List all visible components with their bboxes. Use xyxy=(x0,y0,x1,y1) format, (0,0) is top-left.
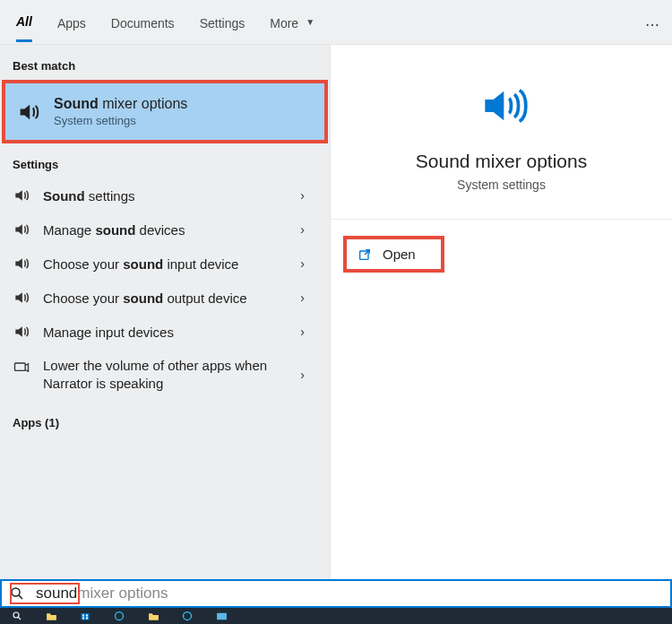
chevron-right-icon: › xyxy=(300,325,305,339)
chevron-right-icon: › xyxy=(300,368,305,382)
svg-rect-11 xyxy=(217,612,227,620)
svg-rect-4 xyxy=(82,613,90,620)
filter-tabs: All Apps Documents Settings More ▼ ⋯ xyxy=(0,0,672,45)
apps-header: Apps (1) xyxy=(0,402,330,437)
settings-item[interactable]: Choose your sound output device › xyxy=(0,281,330,315)
chevron-right-icon: › xyxy=(300,188,305,203)
app-icon[interactable] xyxy=(113,610,125,622)
tab-documents[interactable]: Documents xyxy=(111,4,175,41)
speaker-icon xyxy=(13,186,30,204)
settings-item[interactable]: Manage input devices › xyxy=(0,315,330,349)
search-typed-text: sound xyxy=(36,585,77,602)
speaker-icon xyxy=(13,323,30,341)
speaker-icon xyxy=(16,100,41,125)
app-icon[interactable] xyxy=(181,610,194,622)
results-panel: Best match Sound mixer options System se… xyxy=(0,45,330,580)
settings-header: Settings xyxy=(0,143,330,178)
tab-apps[interactable]: Apps xyxy=(57,4,86,41)
preview-panel: Sound mixer options System settings Open xyxy=(330,45,672,580)
settings-item-label: Lower the volume of other apps when Narr… xyxy=(43,357,317,394)
svg-rect-5 xyxy=(82,615,84,617)
best-match-result[interactable]: Sound mixer options System settings xyxy=(2,80,328,143)
file-explorer-icon[interactable] xyxy=(147,610,159,622)
preview-subtitle: System settings xyxy=(349,178,654,192)
svg-rect-8 xyxy=(86,618,88,620)
open-icon xyxy=(358,247,372,262)
best-match-subtitle: System settings xyxy=(54,114,187,127)
settings-item[interactable]: Choose your sound input device › xyxy=(0,247,330,281)
open-button[interactable]: Open xyxy=(343,236,444,273)
gear-icon xyxy=(13,359,30,377)
settings-item-label: Choose your sound input device xyxy=(43,256,317,272)
search-autocomplete-text: mixer options xyxy=(77,585,168,602)
svg-rect-7 xyxy=(82,618,84,620)
settings-item-label: Manage input devices xyxy=(43,325,317,340)
speaker-icon xyxy=(13,289,30,307)
tab-settings[interactable]: Settings xyxy=(200,4,246,41)
svg-point-10 xyxy=(184,612,192,620)
chevron-right-icon: › xyxy=(300,222,305,237)
speaker-icon xyxy=(349,81,654,134)
settings-item[interactable]: Manage sound devices › xyxy=(0,212,330,247)
svg-point-9 xyxy=(116,612,124,620)
file-explorer-icon[interactable] xyxy=(45,610,57,622)
chevron-right-icon: › xyxy=(300,256,305,271)
store-icon[interactable] xyxy=(79,610,91,622)
preview-title: Sound mixer options xyxy=(349,151,654,172)
svg-point-2 xyxy=(12,588,20,596)
chevron-right-icon: › xyxy=(300,290,305,305)
settings-item[interactable]: Lower the volume of other apps when Narr… xyxy=(0,349,330,402)
chevron-down-icon: ▼ xyxy=(306,17,314,27)
settings-item[interactable]: Sound settings › xyxy=(0,178,330,212)
more-options-icon[interactable]: ⋯ xyxy=(645,16,661,33)
search-icon xyxy=(9,585,25,602)
svg-point-3 xyxy=(13,612,19,618)
speaker-icon xyxy=(13,221,30,238)
best-match-title: Sound mixer options xyxy=(54,96,187,112)
search-icon[interactable] xyxy=(11,610,23,622)
svg-rect-6 xyxy=(86,615,88,617)
settings-item-label: Choose your sound output device xyxy=(43,290,317,306)
app-icon[interactable] xyxy=(215,610,228,622)
taskbar xyxy=(0,608,672,624)
tab-more[interactable]: More xyxy=(270,4,298,41)
open-label: Open xyxy=(383,247,416,262)
speaker-icon xyxy=(13,255,30,273)
tab-all[interactable]: All xyxy=(16,2,32,42)
svg-rect-0 xyxy=(15,363,26,370)
settings-item-label: Manage sound devices xyxy=(43,222,317,238)
best-match-header: Best match xyxy=(0,45,330,80)
search-input[interactable]: sound mixer options xyxy=(0,579,672,608)
settings-item-label: Sound settings xyxy=(43,188,317,204)
